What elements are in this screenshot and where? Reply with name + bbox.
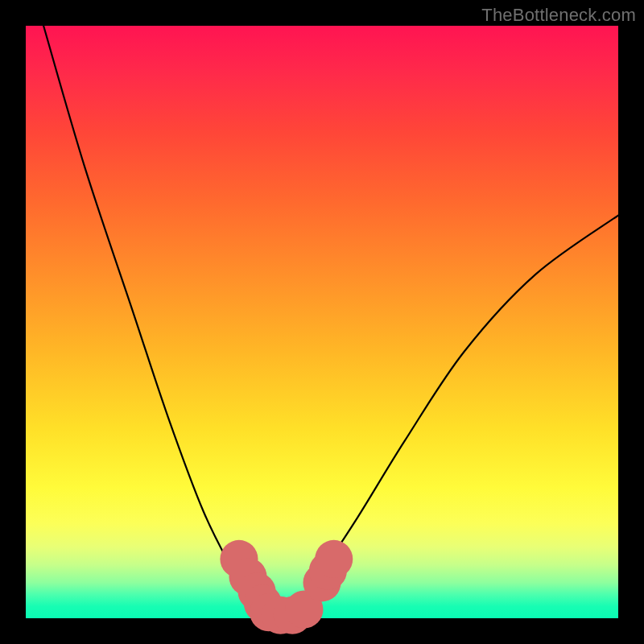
bottleneck-curve (43, 26, 618, 618)
plot-area (26, 26, 618, 618)
watermark-text: TheBottleneck.com (481, 5, 636, 26)
optimal-zone-markers (220, 540, 353, 634)
curve-layer (26, 26, 618, 618)
chart-frame: TheBottleneck.com (0, 0, 644, 644)
marker-dot (315, 540, 353, 578)
